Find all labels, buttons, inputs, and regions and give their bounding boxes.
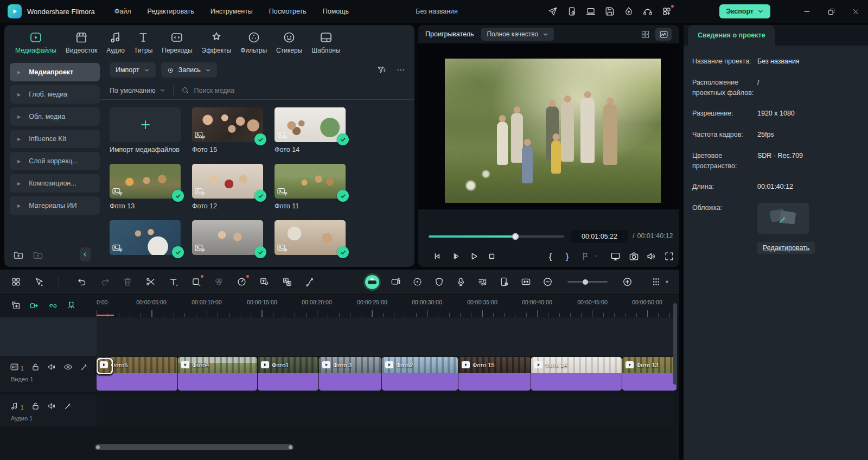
- tab-filters[interactable]: Фильтры: [240, 31, 267, 54]
- timeline-zoom-slider[interactable]: [567, 281, 608, 283]
- sidebar-item-global-media[interactable]: ▶Глоб. медиа: [10, 85, 100, 104]
- add-folder-icon[interactable]: [13, 250, 24, 260]
- split-scissors-icon[interactable]: [145, 277, 156, 287]
- support-headset-icon[interactable]: [643, 7, 653, 16]
- media-thumbnail[interactable]: [275, 164, 346, 199]
- timeline-clip[interactable]: Фото4: [178, 357, 257, 391]
- eye-icon[interactable]: [63, 362, 73, 372]
- menu-tools[interactable]: Инструменты: [210, 8, 253, 15]
- media-item-partial[interactable]: [110, 220, 181, 255]
- snapshot-button[interactable]: [629, 251, 639, 261]
- lock-icon[interactable]: [31, 362, 40, 372]
- current-timecode[interactable]: 00:01:05:22: [571, 230, 628, 243]
- timeline-clip[interactable]: Фото 3: [319, 357, 381, 391]
- magic-wand-icon[interactable]: [63, 401, 73, 411]
- play-button[interactable]: [469, 251, 479, 261]
- sidebar-item-influence-kit[interactable]: ▶Influence Kit: [10, 130, 100, 148]
- marker-button[interactable]: [580, 251, 598, 261]
- media-item[interactable]: Фото 15: [192, 107, 263, 155]
- snapping-magnet-icon[interactable]: [66, 301, 76, 311]
- media-thumbnail[interactable]: [110, 164, 181, 199]
- media-item-partial[interactable]: [192, 220, 263, 255]
- workspace-grid-icon[interactable]: [11, 277, 21, 287]
- sort-dropdown[interactable]: По умолчанию: [110, 87, 156, 94]
- delete-folder-icon[interactable]: [33, 250, 43, 260]
- sidebar-item-media-project[interactable]: ▶Медиапроект: [10, 63, 100, 81]
- next-frame-button[interactable]: [451, 251, 461, 261]
- audio-list-icon[interactable]: [477, 277, 488, 287]
- mark-out-button[interactable]: }: [566, 252, 569, 261]
- tab-transitions[interactable]: Переходы: [162, 31, 192, 54]
- vertical-scrollbar[interactable]: [673, 303, 677, 385]
- tab-templates[interactable]: Шаблоны: [311, 31, 340, 54]
- camera-add-icon[interactable]: [391, 277, 401, 287]
- mute-speaker-icon[interactable]: [47, 401, 56, 411]
- zoom-in-icon[interactable]: [622, 277, 633, 287]
- tab-project-info[interactable]: Сведения о проекте: [688, 25, 775, 46]
- transition-thumbnail[interactable]: [97, 358, 113, 374]
- laptop-icon[interactable]: [586, 7, 596, 16]
- tab-effects[interactable]: Эффекты: [202, 31, 232, 54]
- sidebar-item-cloud-media[interactable]: ▶Обл. медиа: [10, 107, 100, 126]
- minimize-button[interactable]: [795, 0, 819, 23]
- add-marker-icon[interactable]: [11, 301, 21, 311]
- redo-icon[interactable]: [100, 277, 110, 287]
- cover-thumbnail[interactable]: [757, 203, 809, 234]
- keyframe-curve-icon[interactable]: [305, 277, 315, 287]
- crop-icon[interactable]: [191, 277, 201, 287]
- menu-file[interactable]: Файл: [114, 8, 131, 15]
- color-match-icon[interactable]: [214, 277, 224, 287]
- import-media-thumb[interactable]: [110, 107, 181, 142]
- media-thumbnail[interactable]: [192, 220, 263, 255]
- menu-view[interactable]: Посмотреть: [269, 8, 307, 15]
- import-media-card[interactable]: Импорт медиафайлов: [110, 107, 181, 155]
- search-input[interactable]: [194, 87, 303, 94]
- grid-view-icon[interactable]: [641, 30, 650, 39]
- tab-audio[interactable]: Аудио: [106, 31, 125, 54]
- sidebar-item-adjustment-layer[interactable]: ▶Слой коррекц...: [10, 152, 100, 170]
- ruler-scale[interactable]: 00:00:00 00:00:05:00 00:00:10:00 00:00:1…: [97, 295, 679, 317]
- restore-button[interactable]: [819, 0, 844, 23]
- timeline-clip[interactable]: Фото 14: [531, 357, 622, 391]
- auto-ripple-icon[interactable]: [29, 301, 40, 311]
- mute-speaker-icon[interactable]: [47, 362, 56, 372]
- volume-button[interactable]: [646, 251, 656, 261]
- export-button[interactable]: Экспорт: [719, 4, 770, 18]
- stop-button[interactable]: [487, 251, 497, 261]
- voiceover-mic-icon[interactable]: [456, 277, 466, 287]
- media-thumbnail[interactable]: [110, 220, 181, 255]
- apps-grid-icon[interactable]: [662, 7, 672, 16]
- menu-help[interactable]: Помощь: [323, 8, 349, 15]
- media-item[interactable]: Фото 11: [275, 164, 346, 212]
- horizontal-scrollbar[interactable]: [95, 444, 293, 450]
- display-device-button[interactable]: [610, 251, 621, 261]
- tab-stickers[interactable]: Стикеры: [276, 31, 302, 54]
- timeline-clip[interactable]: Фото 13: [622, 357, 676, 391]
- quality-dropdown[interactable]: Полное качество: [481, 28, 554, 41]
- mark-in-button[interactable]: {: [549, 252, 552, 261]
- edit-cover-link[interactable]: Редактировать: [757, 242, 815, 254]
- device-connect-icon[interactable]: [567, 7, 577, 16]
- media-thumbnail[interactable]: [275, 220, 346, 255]
- close-button[interactable]: [844, 0, 868, 23]
- select-cursor-icon[interactable]: [34, 277, 44, 287]
- sidebar-item-ai-materials[interactable]: ▶Материалы ИИ: [10, 196, 100, 215]
- upload-icon[interactable]: [624, 7, 634, 16]
- media-item[interactable]: Фото 13: [110, 164, 181, 212]
- zoom-out-icon[interactable]: [542, 277, 553, 287]
- save-icon[interactable]: [605, 7, 615, 16]
- media-item-partial[interactable]: [275, 220, 346, 255]
- tab-media-files[interactable]: Медиафайлы: [15, 31, 56, 54]
- seek-handle[interactable]: [512, 233, 519, 240]
- timeline-ruler[interactable]: 00:00:00 00:00:05:00 00:00:10:00 00:00:1…: [0, 295, 679, 317]
- add-text-icon[interactable]: [168, 277, 178, 287]
- media-thumbnail[interactable]: [192, 164, 263, 199]
- timeline-clip[interactable]: Фото2: [382, 357, 458, 391]
- play-circle-icon[interactable]: [412, 277, 423, 287]
- tab-titles[interactable]: Титры: [134, 31, 152, 54]
- seek-bar[interactable]: [429, 235, 564, 238]
- media-thumbnail[interactable]: [275, 107, 346, 142]
- translate-icon[interactable]: [282, 277, 292, 287]
- fullscreen-button[interactable]: [664, 251, 674, 261]
- filter-funnel-icon[interactable]: [376, 65, 386, 75]
